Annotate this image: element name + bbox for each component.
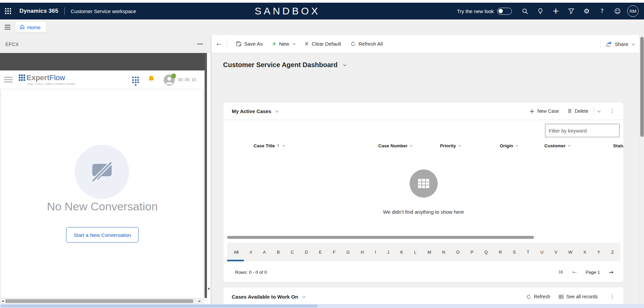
refresh-button[interactable]: Refresh bbox=[522, 294, 554, 299]
logo-text-expert: Expert bbox=[26, 73, 49, 82]
gear-icon[interactable]: ⚙ bbox=[579, 3, 594, 19]
page-vertical-scrollbar[interactable] bbox=[639, 35, 644, 308]
feedback-smiley-icon[interactable]: ☺ bbox=[610, 3, 625, 19]
see-all-records-button[interactable]: See all records bbox=[554, 294, 602, 299]
alphabet-filter-letter[interactable]: # bbox=[249, 248, 253, 256]
alphabet-filter-letter[interactable]: C bbox=[290, 248, 294, 256]
alphabet-filter-letter[interactable]: I bbox=[374, 248, 377, 256]
card-header-divider bbox=[223, 120, 624, 120]
previous-page-icon[interactable]: ← bbox=[572, 269, 577, 275]
grid-column-headers: Case Title ↑ Case Number Priority Origin bbox=[223, 140, 624, 153]
scroll-right-arrow-icon[interactable]: ► bbox=[199, 299, 201, 303]
alphabet-filter-letter[interactable]: Y bbox=[597, 248, 601, 256]
dashboard-selector[interactable]: Customer Service Agent Dashboard bbox=[223, 61, 345, 69]
more-commands-icon[interactable]: ⋮ bbox=[608, 294, 617, 300]
alphabet-filter-letter[interactable]: Q bbox=[484, 248, 488, 256]
delete-button[interactable]: Delete bbox=[563, 108, 592, 114]
dialpad-icon[interactable] bbox=[132, 76, 139, 83]
more-commands-icon[interactable]: ⋮ bbox=[608, 108, 617, 114]
start-conversation-button[interactable]: Start a New Conversation bbox=[66, 227, 139, 243]
new-button[interactable]: + New bbox=[267, 35, 300, 53]
alphabet-filter-letter[interactable]: R bbox=[498, 248, 502, 256]
alphabet-filter-letter[interactable]: E bbox=[318, 248, 323, 256]
alphabet-filter-letter[interactable]: F bbox=[332, 248, 336, 256]
alphabet-filter-letter[interactable]: P bbox=[470, 248, 474, 256]
new-plus-icon: + bbox=[272, 40, 276, 48]
efcx-conversation-panel: EFCX ExpertFlow chat, voice, video conta… bbox=[0, 35, 211, 308]
search-icon[interactable] bbox=[517, 3, 533, 19]
new-case-button[interactable]: + New Case bbox=[525, 107, 563, 115]
alphabet-filter-letter[interactable]: S bbox=[512, 248, 517, 256]
column-case-title[interactable]: Case Title ↑ bbox=[254, 143, 284, 148]
alphabet-filter-bar: All#ABCDEFGHIJKLMNOPQRSTUVWXYZ bbox=[227, 243, 621, 261]
notification-bell-icon[interactable] bbox=[148, 75, 155, 85]
alphabet-filter-letter[interactable]: G bbox=[346, 248, 351, 256]
alphabet-filter-letter[interactable]: N bbox=[441, 248, 446, 256]
alphabet-filter-letter[interactable]: A bbox=[262, 248, 267, 256]
quick-create-plus-icon[interactable]: + bbox=[548, 3, 564, 19]
efcx-horizontal-scrollbar-thumb[interactable] bbox=[5, 299, 193, 303]
expertflow-menu-icon[interactable] bbox=[4, 77, 13, 83]
alphabet-filter-letter[interactable]: All bbox=[233, 248, 239, 256]
alphabet-filter-letter[interactable]: M bbox=[427, 248, 432, 256]
column-origin[interactable]: Origin bbox=[500, 143, 517, 148]
no-conversation-circle bbox=[75, 145, 129, 199]
alphabet-filter-letter[interactable]: D bbox=[304, 248, 309, 256]
column-chevron-icon bbox=[459, 144, 461, 147]
share-button[interactable]: Share bbox=[600, 39, 634, 49]
page-horizontal-scrollbar-thumb[interactable] bbox=[1, 305, 318, 307]
help-icon[interactable]: ? bbox=[594, 3, 610, 19]
efcx-horizontal-scrollbar[interactable]: ◄ ► bbox=[0, 298, 204, 304]
cases-available-view-selector[interactable]: Cases Available to Work On bbox=[232, 294, 305, 300]
column-customer[interactable]: Customer bbox=[544, 143, 570, 148]
alphabet-filter-letter[interactable]: X bbox=[583, 248, 587, 256]
alphabet-filter-letter[interactable]: U bbox=[540, 248, 544, 256]
scroll-down-arrow-icon[interactable]: ▼ bbox=[207, 287, 211, 291]
grid-footer: Rows: 0 - 0 of 0 ← Page 1 → bbox=[223, 261, 624, 283]
filter-funnel-icon[interactable] bbox=[564, 3, 579, 19]
filter-keyword-input[interactable] bbox=[545, 124, 620, 137]
alphabet-filter-letter[interactable]: L bbox=[413, 248, 417, 256]
column-chevron-icon bbox=[282, 144, 285, 147]
site-map-hamburger-icon[interactable] bbox=[0, 19, 15, 35]
alphabet-filter-letter[interactable]: W bbox=[568, 248, 573, 256]
column-priority[interactable]: Priority bbox=[440, 143, 460, 148]
rows-summary: Rows: 0 - 0 of 0 bbox=[235, 270, 267, 275]
alphabet-filter-letter[interactable]: H bbox=[360, 248, 365, 256]
expertflow-logo: ExpertFlow chat, voice, video contact ce… bbox=[19, 74, 75, 86]
tab-home[interactable]: Home bbox=[15, 22, 46, 33]
first-page-icon[interactable] bbox=[558, 269, 564, 275]
column-case-number[interactable]: Case Number bbox=[378, 143, 412, 148]
page-vertical-scrollbar-thumb[interactable] bbox=[640, 37, 644, 137]
next-page-icon[interactable]: → bbox=[609, 269, 613, 275]
alphabet-filter-letter[interactable]: Z bbox=[610, 248, 614, 256]
efcx-vertical-scrollbar-thumb[interactable] bbox=[205, 53, 207, 298]
environment-banner: SANDBOX bbox=[255, 5, 320, 17]
alphabet-filter-letter[interactable]: V bbox=[554, 248, 558, 256]
app-launcher-waffle-icon[interactable] bbox=[0, 3, 16, 19]
column-chevron-icon bbox=[568, 144, 570, 147]
minimize-panel-icon[interactable] bbox=[197, 44, 203, 44]
app-name[interactable]: Customer Service workspace bbox=[71, 8, 136, 14]
scroll-left-arrow-icon[interactable]: ◄ bbox=[1, 299, 4, 303]
command-bar-divider bbox=[227, 39, 227, 49]
grid-horizontal-scrollbar-thumb[interactable] bbox=[227, 236, 534, 239]
lightbulb-icon[interactable] bbox=[533, 3, 548, 19]
back-arrow-icon[interactable]: ← bbox=[211, 40, 227, 48]
delete-split-chevron-icon[interactable] bbox=[597, 109, 601, 112]
my-active-cases-view-selector[interactable]: My Active Cases bbox=[232, 108, 278, 114]
alphabet-filter-letter[interactable]: K bbox=[399, 248, 404, 256]
user-avatar[interactable]: RM bbox=[627, 5, 639, 17]
column-status[interactable]: Status bbox=[613, 143, 624, 148]
alphabet-filter-letter[interactable]: T bbox=[526, 248, 530, 256]
new-look-toggle[interactable] bbox=[497, 8, 512, 15]
agent-avatar[interactable] bbox=[164, 74, 175, 86]
save-as-button[interactable]: Save As bbox=[231, 35, 267, 53]
page-horizontal-scrollbar[interactable] bbox=[0, 304, 644, 308]
alphabet-filter-letter[interactable]: J bbox=[386, 248, 390, 256]
alphabet-filter-letter[interactable]: O bbox=[455, 248, 460, 256]
alphabet-filter-letter[interactable]: B bbox=[276, 248, 280, 256]
brand-title[interactable]: Dynamics 365 bbox=[19, 8, 58, 14]
refresh-all-button[interactable]: Refresh All bbox=[346, 35, 388, 53]
clear-default-button[interactable]: × Clear Default bbox=[300, 35, 346, 53]
